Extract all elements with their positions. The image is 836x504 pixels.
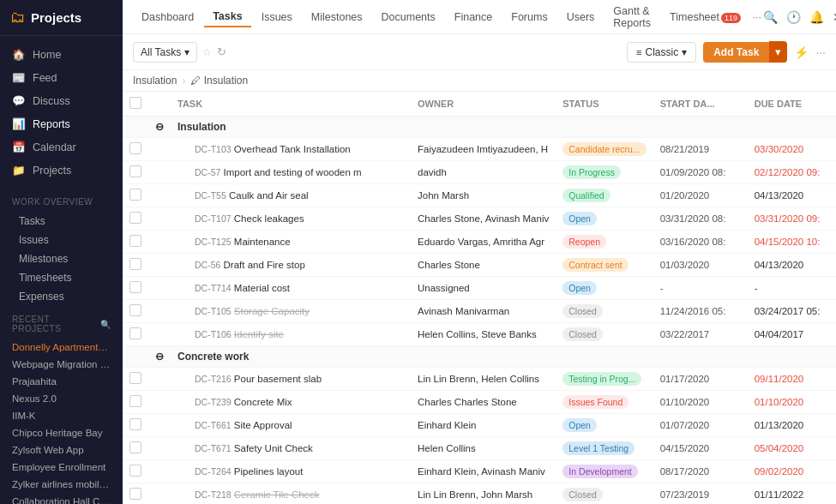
task-name[interactable]: Concrete Mix xyxy=(234,397,292,407)
topnav-item-timesheet[interactable]: Timesheet119 xyxy=(661,8,749,27)
add-task-split-button[interactable]: ▾ xyxy=(769,41,787,63)
filter-icon[interactable]: ⚡ xyxy=(794,45,809,59)
sidebar-item-calendar[interactable]: 📅Calendar xyxy=(0,135,123,159)
status-badge[interactable]: Contract sent xyxy=(562,258,628,272)
row-checkbox[interactable] xyxy=(129,281,141,293)
status-badge[interactable]: Candidate recru... xyxy=(562,142,646,156)
classic-view-button[interactable]: ≡ Classic ▾ xyxy=(627,42,696,63)
task-name[interactable]: Caulk and Air seal xyxy=(229,190,309,201)
work-item-timesheets[interactable]: Timesheets xyxy=(0,268,123,287)
add-task-button[interactable]: Add Task xyxy=(703,42,769,63)
status-badge[interactable]: Qualified xyxy=(562,189,610,202)
work-item-tasks[interactable]: Tasks xyxy=(0,212,123,231)
header-due-date[interactable]: DUE DATE xyxy=(748,92,836,117)
row-checkbox[interactable] xyxy=(129,235,141,247)
row-checkbox[interactable] xyxy=(129,304,141,316)
row-checkbox[interactable] xyxy=(129,165,141,177)
row-checkbox[interactable] xyxy=(129,418,141,430)
recent-item-prajaahita[interactable]: Prajaahita xyxy=(0,373,123,390)
topnav-item-tasks[interactable]: Tasks xyxy=(204,7,251,27)
row-checkbox[interactable] xyxy=(129,258,141,270)
status-cell: Issues Found xyxy=(556,391,653,414)
star-icon[interactable]: ☆ xyxy=(202,46,212,58)
status-cell: Reopen xyxy=(556,231,653,254)
more-options-icon[interactable]: ··· xyxy=(815,45,826,59)
topnav-item-finance[interactable]: Finance xyxy=(446,8,501,27)
task-name[interactable]: Safety Unit Check xyxy=(234,443,313,453)
search-icon[interactable]: 🔍 xyxy=(763,10,778,24)
recent-item-chipco[interactable]: Chipco Heritage Bay xyxy=(0,424,123,441)
row-checkbox[interactable] xyxy=(129,142,141,154)
task-name[interactable]: Ceramic Tile Check xyxy=(234,489,320,500)
header-status[interactable]: STATUS xyxy=(556,92,653,117)
sidebar-item-reports[interactable]: 📊Reports xyxy=(0,112,123,135)
work-item-expenses[interactable]: Expenses xyxy=(0,287,123,306)
task-name[interactable]: Check leakages xyxy=(234,213,304,224)
sidebar-item-home[interactable]: 🏠Home xyxy=(0,43,123,66)
row-checkbox[interactable] xyxy=(129,212,141,224)
row-checkbox[interactable] xyxy=(129,395,141,407)
row-checkbox[interactable] xyxy=(129,327,141,339)
task-name[interactable]: Overhead Tank Installation xyxy=(234,144,351,154)
row-checkbox[interactable] xyxy=(129,465,141,477)
task-name[interactable]: Pipelines layout xyxy=(234,466,304,477)
task-name[interactable]: Draft and Fire stop xyxy=(224,260,305,270)
header-owner[interactable]: OWNER xyxy=(411,92,556,117)
row-checkbox[interactable] xyxy=(129,441,141,453)
task-name[interactable]: Identify site xyxy=(234,329,284,339)
status-badge[interactable]: In Progress xyxy=(562,165,621,179)
task-name[interactable]: Site Approval xyxy=(234,420,292,430)
header-start-date[interactable]: START DA... xyxy=(653,92,748,117)
sidebar-item-discuss[interactable]: 💬Discuss xyxy=(0,89,123,112)
sidebar-item-feed[interactable]: 📰Feed xyxy=(0,66,123,89)
search-icon[interactable]: 🔍 xyxy=(100,320,111,329)
row-checkbox[interactable] xyxy=(129,488,141,500)
status-badge[interactable]: Closed xyxy=(562,327,603,341)
recent-item-zylsoft[interactable]: Zylsoft Web App xyxy=(0,441,123,459)
status-badge[interactable]: Testing in Prog... xyxy=(562,372,641,386)
select-all-checkbox[interactable] xyxy=(129,97,141,109)
topnav-item-documents[interactable]: Documents xyxy=(373,8,444,27)
work-item-issues[interactable]: Issues xyxy=(0,231,123,249)
topnav-item-dashboard[interactable]: Dashboard xyxy=(133,8,202,27)
topnav-item-issues[interactable]: Issues xyxy=(253,8,301,27)
status-badge[interactable]: Reopen xyxy=(562,235,606,249)
status-badge[interactable]: Open xyxy=(562,212,597,225)
bell-icon[interactable]: 🔔 xyxy=(809,10,824,24)
work-item-milestones[interactable]: Milestones xyxy=(0,249,123,268)
row-checkbox[interactable] xyxy=(129,189,141,201)
sidebar-item-projects[interactable]: 📁Projects xyxy=(0,159,123,182)
task-name[interactable]: Storage Capacity xyxy=(234,306,310,316)
clock-icon[interactable]: 🕐 xyxy=(786,10,801,24)
status-badge[interactable]: Open xyxy=(562,418,597,432)
all-tasks-button[interactable]: All Tasks ▾ xyxy=(133,42,197,63)
topnav-item-milestones[interactable]: Milestones xyxy=(303,8,371,27)
refresh-icon[interactable]: ↻ xyxy=(217,45,226,58)
group-expand-icon[interactable]: ⊖ xyxy=(148,117,171,138)
topnav-item-gantt[interactable]: Gantt & Reports xyxy=(604,2,659,33)
recent-item-donnelly[interactable]: Donnelly Apartments C xyxy=(0,339,123,356)
recent-item-iim-k[interactable]: IIM-K xyxy=(0,407,123,424)
recent-item-nexus[interactable]: Nexus 2.0 xyxy=(0,390,123,407)
status-badge[interactable]: Closed xyxy=(562,488,603,501)
task-name[interactable]: Pour basement slab xyxy=(234,374,322,384)
task-name[interactable]: Material cost xyxy=(234,283,290,293)
topnav-item-users[interactable]: Users xyxy=(558,8,604,27)
status-badge[interactable]: Open xyxy=(562,281,597,295)
task-name[interactable]: Import and testing of wooden m xyxy=(224,167,362,177)
status-badge[interactable]: Closed xyxy=(562,304,603,318)
status-badge[interactable]: Level 1 Testing xyxy=(562,441,635,455)
topnav-more-icon[interactable]: ··· xyxy=(753,11,761,23)
recent-item-zylker[interactable]: Zylker airlines mobile a xyxy=(0,476,123,493)
topnav-item-forums[interactable]: Forums xyxy=(502,8,556,27)
recent-item-webpage[interactable]: Webpage Migration Pha xyxy=(0,356,123,373)
row-checkbox[interactable] xyxy=(129,372,141,384)
recent-item-collaboration[interactable]: Collaboration Hall Con xyxy=(0,493,123,504)
close-icon[interactable]: ✕ xyxy=(833,10,836,24)
header-task[interactable]: TASK xyxy=(171,92,411,117)
recent-item-employee[interactable]: Employee Enrollment xyxy=(0,459,123,476)
task-name[interactable]: Maintenance xyxy=(234,237,291,247)
status-badge[interactable]: Issues Found xyxy=(562,395,629,409)
group-expand-icon[interactable]: ⊖ xyxy=(148,346,171,368)
status-badge[interactable]: In Development xyxy=(562,465,638,478)
